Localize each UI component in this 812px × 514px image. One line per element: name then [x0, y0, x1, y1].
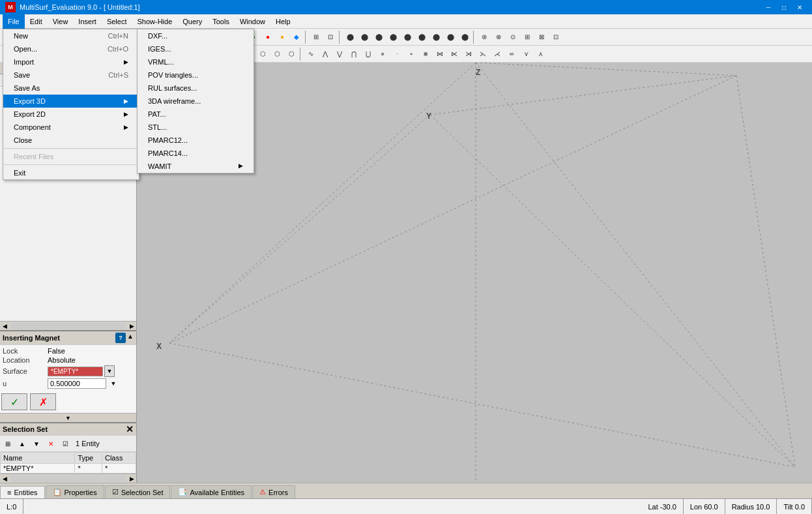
selection-row-0[interactable]: *EMPTY* * * [1, 464, 136, 474]
prop-scroll-down-btn[interactable]: ▼ [65, 415, 71, 421]
selection-hscroll[interactable]: ◀ ▶ [0, 474, 136, 483]
tb-d2[interactable]: ⊗ [491, 30, 506, 44]
tb-c2[interactable]: ⬤ [357, 30, 371, 44]
properties-help-btn[interactable]: ? [115, 333, 126, 343]
tab-available-entities[interactable]: 📑 Available Entities [171, 485, 252, 498]
menu-insert[interactable]: Insert [73, 14, 102, 29]
sel-hscroll-left[interactable]: ◀ [0, 474, 9, 483]
file-component[interactable]: Component ▶ [3, 121, 139, 134]
tb-d6[interactable]: ⊡ [549, 30, 563, 44]
tab-selection-set[interactable]: ☑ Selection Set [105, 485, 171, 498]
export-pmarc14[interactable]: PMARC14... [138, 147, 254, 160]
menu-file[interactable]: File [3, 14, 25, 29]
tb2-surf3[interactable]: ⋁ [332, 47, 347, 61]
sel-btn-select[interactable]: ☑ [59, 437, 72, 450]
status-radius[interactable]: Radius 10.0 [725, 499, 777, 514]
sel-btn-down[interactable]: ▼ [30, 437, 43, 450]
sel-hscroll-right[interactable]: ▶ [127, 474, 136, 483]
export-stl[interactable]: STL... [138, 121, 254, 134]
tb-c6[interactable]: ⬤ [414, 30, 429, 44]
tab-errors[interactable]: ⚠ Errors [252, 485, 295, 498]
tb2-light6[interactable]: ⬡ [270, 47, 284, 61]
tb2-surf5[interactable]: ⋃ [361, 47, 375, 61]
tb-c1[interactable]: ⬤ [343, 30, 357, 44]
prop-u-down[interactable]: ▼ [109, 379, 118, 388]
file-close[interactable]: Close [3, 134, 139, 147]
file-save[interactable]: Save Ctrl+S [3, 68, 139, 82]
ok-button[interactable]: ✓ [1, 393, 27, 410]
tab-properties[interactable]: 📋 Properties [46, 485, 104, 498]
tb2-surf16[interactable]: ⋎ [519, 47, 533, 61]
menu-view[interactable]: View [48, 14, 74, 29]
prop-input-u[interactable] [48, 378, 106, 389]
tb2-surf1[interactable]: ∿ [304, 47, 318, 61]
status-tilt[interactable]: Tilt 0.0 [777, 499, 812, 514]
tb2-surf10[interactable]: ⋈ [433, 47, 447, 61]
tb2-surf8[interactable]: ⋆ [404, 47, 418, 61]
menu-select[interactable]: Select [102, 14, 132, 29]
tb-b10[interactable]: ● [261, 30, 275, 44]
tb2-surf13[interactable]: ⋋ [476, 47, 490, 61]
tb2-surf2[interactable]: ⋀ [318, 47, 332, 61]
cancel-button[interactable]: ✗ [30, 393, 56, 410]
tb2-surf15[interactable]: ⋍ [504, 47, 519, 61]
tb2-surf17[interactable]: ⋏ [533, 47, 547, 61]
hscroll-left[interactable]: ◀ [0, 322, 9, 331]
tb2-surf14[interactable]: ⋌ [490, 47, 504, 61]
tb-snap[interactable]: ⊡ [323, 30, 338, 44]
file-export2d[interactable]: Export 2D ▶ [3, 108, 139, 121]
menu-query[interactable]: Query [177, 14, 207, 29]
export-vrml[interactable]: VRML... [138, 55, 254, 68]
export-3da[interactable]: 3DA wireframe... [138, 95, 254, 108]
sel-btn-new[interactable]: ⊞ [1, 437, 14, 450]
file-save-as[interactable]: Save As [3, 82, 139, 95]
export-wamit[interactable]: WAMIT ▶ [138, 160, 254, 173]
tb-d3[interactable]: ⊙ [506, 30, 520, 44]
tb-c9[interactable]: ⬤ [457, 30, 472, 44]
tb-c8[interactable]: ⬤ [443, 30, 457, 44]
tb-d1[interactable]: ⊛ [477, 30, 491, 44]
window-controls[interactable]: ─ □ ✕ [761, 0, 807, 14]
tb2-light5[interactable]: ⬡ [255, 47, 270, 61]
file-export3d[interactable]: Export 3D ▶ [3, 95, 139, 108]
menu-help[interactable]: Help [270, 14, 296, 29]
properties-scroll-up[interactable]: ▲ [127, 333, 134, 343]
export-pmarc12[interactable]: PMARC12... [138, 134, 254, 147]
export-pov[interactable]: POV triangles... [138, 68, 254, 82]
menu-tools[interactable]: Tools [207, 14, 235, 29]
tb-d4[interactable]: ⊞ [520, 30, 534, 44]
file-new[interactable]: New Ctrl+N [3, 29, 139, 42]
tb2-surf4[interactable]: ⋂ [347, 47, 361, 61]
tb-c7[interactable]: ⬤ [429, 30, 443, 44]
tb-b11[interactable]: ● [275, 30, 289, 44]
export-iges[interactable]: IGES... [138, 42, 254, 55]
file-open[interactable]: Open... Ctrl+O [3, 42, 139, 55]
tb-c5[interactable]: ⬤ [400, 30, 414, 44]
tb2-surf9[interactable]: ⋇ [418, 47, 433, 61]
selection-close[interactable]: ✕ [126, 425, 134, 434]
status-l[interactable]: L:0 [0, 499, 23, 514]
tb-d5[interactable]: ⊠ [534, 30, 549, 44]
tb2-light7[interactable]: ⬡ [284, 47, 298, 61]
file-exit[interactable]: Exit [3, 166, 139, 179]
prop-scroll-area[interactable]: ▼ [0, 413, 136, 422]
tb2-surf11[interactable]: ⋉ [447, 47, 461, 61]
tab-entities[interactable]: ≡ Entities [0, 486, 45, 498]
export-pat[interactable]: PAT... [138, 108, 254, 121]
hscroll-right[interactable]: ▶ [127, 322, 136, 331]
tb-grid[interactable]: ⊞ [309, 30, 323, 44]
status-lat[interactable]: Lat -30.0 [641, 499, 683, 514]
sel-btn-up[interactable]: ▲ [16, 437, 29, 450]
hscroll-track[interactable] [10, 323, 126, 329]
tb2-surf7[interactable]: ⋅ [390, 47, 404, 61]
menu-window[interactable]: Window [235, 14, 270, 29]
export-dxf[interactable]: DXF... [138, 29, 254, 42]
sel-btn-remove[interactable]: ✕ [44, 437, 57, 450]
minimize-button[interactable]: ─ [761, 0, 776, 14]
prop-surface-dropdown[interactable]: ▼ [104, 365, 115, 377]
close-button[interactable]: ✕ [792, 0, 807, 14]
file-import[interactable]: Import ▶ [3, 55, 139, 68]
prop-input-surface[interactable]: *EMPTY* [48, 367, 103, 376]
entity-hscroll[interactable]: ◀ ▶ [0, 321, 136, 330]
tb-b12[interactable]: ◆ [289, 30, 304, 44]
